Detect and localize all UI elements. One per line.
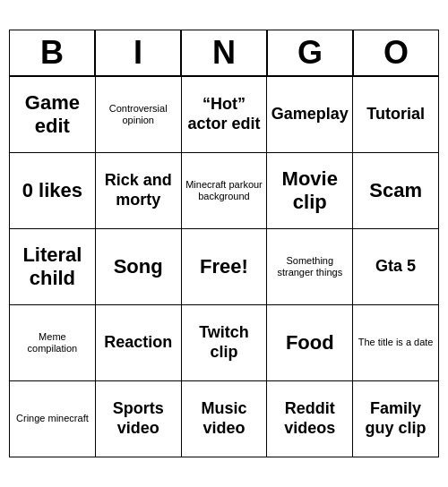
bingo-cell: Movie clip (267, 153, 353, 229)
header-letter: G (267, 30, 353, 76)
cell-label: Family guy clip (357, 399, 435, 438)
bingo-cell: Literal child (10, 229, 96, 305)
cell-label: Song (114, 255, 163, 278)
bingo-cell: Meme compilation (10, 305, 96, 381)
bingo-cell: Reaction (96, 305, 182, 381)
cell-label: Minecraft parkour background (185, 179, 263, 202)
cell-label: Controversial opinion (99, 103, 177, 126)
header-letter: N (181, 30, 267, 76)
cell-label: Game edit (13, 91, 91, 139)
cell-label: Something stranger things (271, 255, 349, 278)
bingo-cell: Controversial opinion (96, 77, 182, 153)
bingo-cell: “Hot” actor edit (182, 77, 268, 153)
bingo-cell: 0 likes (10, 153, 96, 229)
cell-label: Meme compilation (13, 331, 91, 355)
bingo-cell: Reddit videos (267, 381, 353, 457)
cell-label: Literal child (13, 244, 91, 291)
bingo-cell: Minecraft parkour background (182, 153, 268, 229)
cell-label: Gameplay (271, 105, 349, 124)
bingo-cell: Twitch clip (182, 305, 268, 381)
cell-label: “Hot” actor edit (185, 95, 263, 133)
cell-label: Food (286, 331, 334, 355)
cell-label: Gta 5 (375, 257, 416, 277)
bingo-cell: Music video (182, 381, 268, 457)
bingo-cell: Scam (353, 153, 439, 229)
bingo-cell: Gameplay (267, 77, 353, 153)
cell-label: Rick and morty (99, 171, 177, 209)
bingo-grid: Game editControversial opinion“Hot” acto… (9, 76, 439, 457)
bingo-cell: Cringe minecraft (10, 381, 96, 457)
bingo-cell: Food (267, 305, 353, 381)
cell-label: Free! (200, 255, 248, 278)
bingo-cell: Game edit (10, 77, 96, 153)
bingo-cell: Something stranger things (267, 229, 353, 305)
bingo-cell: Rick and morty (96, 153, 182, 229)
cell-label: Tutorial (366, 105, 425, 124)
cell-label: Scam (369, 179, 422, 202)
cell-label: Reaction (104, 333, 172, 353)
cell-label: The title is a date (358, 337, 434, 348)
bingo-cell: Sports video (96, 381, 182, 457)
bingo-cell: Family guy clip (353, 381, 439, 457)
header-letter: O (353, 30, 439, 76)
bingo-header: BINGO (9, 30, 439, 76)
bingo-cell: Tutorial (353, 77, 439, 153)
header-letter: I (95, 30, 181, 76)
cell-label: 0 likes (22, 179, 82, 202)
bingo-cell: Free! (182, 229, 268, 305)
cell-label: Reddit videos (271, 399, 349, 438)
bingo-cell: The title is a date (353, 305, 439, 381)
cell-label: Twitch clip (185, 323, 263, 362)
bingo-card: BINGO Game editControversial opinion“Hot… (9, 30, 439, 457)
bingo-cell: Song (96, 229, 182, 305)
cell-label: Music video (185, 399, 263, 438)
header-letter: B (9, 30, 95, 76)
cell-label: Cringe minecraft (16, 413, 89, 424)
cell-label: Movie clip (271, 167, 349, 215)
bingo-cell: Gta 5 (353, 229, 439, 305)
cell-label: Sports video (99, 399, 177, 438)
